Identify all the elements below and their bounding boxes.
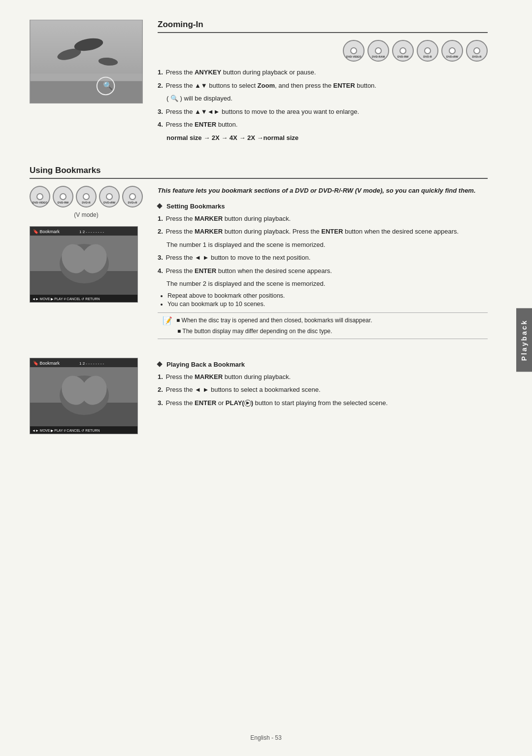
bm-disc-dvd-r: DVD-R	[76, 186, 97, 207]
setting-step-2: 2. Press the MARKER button during playba…	[158, 227, 488, 237]
setting-step-3: 3. Press the ◄ ► button to move to the n…	[158, 253, 488, 263]
svg-text:◄► MOVE  ▶ PLAY  # CANCEL  ↺ R: ◄► MOVE ▶ PLAY # CANCEL ↺ RETURN	[32, 429, 100, 432]
zoom-step-2-note: ( 🔍 ) will be displayed.	[166, 94, 488, 103]
playing-back-content: Playing Back a Bookmark 1. Press the MAR…	[158, 354, 488, 434]
playing-back-subsection: Playing Back a Bookmark 1. Press the MAR…	[158, 361, 488, 408]
zooming-disc-icons: DVD-VIDEO DVD-RAM DVD-RW DVD-R DVD+RW	[158, 40, 488, 62]
setting-bookmarks-subsection: Setting Bookmarks 1. Press the MARKER bu…	[158, 203, 488, 308]
svg-text:1 2 - - - - - - - -: 1 2 - - - - - - - -	[79, 361, 104, 366]
setting-step-4: 4. Press the ENTER button when the desir…	[158, 266, 488, 276]
zooming-content: Zooming-In DVD-VIDEO DVD-RAM DVD-RW DV	[158, 20, 488, 146]
playing-back-image-col: 🔖 Bookmark 1 2 - - - - - - - - ◄► MOVE ▶…	[30, 354, 143, 434]
bm-disc-dvdplus-rw: DVD+RW	[99, 186, 120, 207]
main-content: 🔍 Zooming-In DVD-VIDEO DVD-RAM DVD-RW	[0, 0, 517, 469]
zooming-title: Zooming-In	[158, 20, 488, 33]
bookmarks-image-col: DVD-VIDEO DVD-RW DVD-R DVD+RW	[30, 186, 143, 344]
zoom-sequence: normal size → 2X → 4X → 2X →normal size	[166, 133, 488, 143]
playing-step-1: 1. Press the MARKER button during playba…	[158, 372, 488, 382]
note-2: ■ The button display may differ dependin…	[163, 328, 483, 335]
screen2-thumb: 🔖 Bookmark 1 2 - - - - - - - - ◄► MOVE ▶…	[30, 358, 138, 434]
bookmarks-content: This feature lets you bookmark sections …	[158, 186, 488, 344]
screen1-thumb: 🔖 Bookmark 1 2 - - - - - - - - ◄► MOVE ▶…	[30, 226, 138, 303]
screen2-svg: 🔖 Bookmark 1 2 - - - - - - - - ◄► MOVE ▶…	[30, 358, 138, 434]
zooming-image-svg: 🔍	[30, 20, 142, 103]
zooming-image-col: 🔍	[30, 20, 143, 146]
bm-disc-dvd-rw: DVD-RW	[53, 186, 73, 207]
zooming-image: 🔍	[30, 20, 143, 103]
screen2-container: 🔖 Bookmark 1 2 - - - - - - - - ◄► MOVE ▶…	[30, 358, 143, 434]
svg-text:🔍: 🔍	[103, 81, 113, 90]
bookmarks-title: Using Bookmarks	[30, 166, 488, 179]
playing-back-layout: 🔖 Bookmark 1 2 - - - - - - - - ◄► MOVE ▶…	[30, 354, 488, 434]
diamond-icon-2	[157, 361, 162, 367]
disc-icon-dvdplus-r: DVD+R	[466, 40, 488, 62]
screen1-container: 🔖 Bookmark 1 2 - - - - - - - - ◄► MOVE ▶…	[30, 226, 143, 303]
setting-step-4-note: The number 2 is displayed and the scene …	[166, 279, 488, 289]
setting-step-2-note: The number 1 is displayed and the scene …	[166, 240, 488, 250]
playing-step-3: 3. Press the ENTER or PLAY(▶) button to …	[158, 398, 488, 408]
diamond-icon	[157, 203, 162, 208]
bm-disc-icons: DVD-VIDEO DVD-RW DVD-R DVD+RW	[30, 186, 143, 207]
page-footer: English - 53	[0, 734, 532, 741]
svg-text:1 2 - - - - - - - -: 1 2 - - - - - - - -	[79, 230, 104, 234]
zooming-in-section: 🔍 Zooming-In DVD-VIDEO DVD-RAM DVD-RW	[30, 20, 488, 146]
disc-icon-dvdplus-rw: DVD+RW	[441, 40, 463, 62]
zoom-step-2: 2. Press the ▲▼ buttons to select Zoom, …	[158, 81, 488, 91]
bookmarks-intro: This feature lets you bookmark sections …	[158, 186, 488, 196]
notes-box: 📝 ■ When the disc tray is opened and the…	[158, 312, 488, 339]
zoom-step-4: 4. Press the ENTER button.	[158, 120, 488, 130]
svg-text:◄► MOVE  ▶ PLAY  # CANCEL  ↺ R: ◄► MOVE ▶ PLAY # CANCEL ↺ RETURN	[32, 297, 100, 301]
bm-disc-dvdplus-r: DVD+R	[122, 186, 143, 207]
setting-bookmarks-title: Setting Bookmarks	[158, 203, 488, 210]
playing-step-2: 2. Press the ◄ ► buttons to select a boo…	[158, 385, 488, 395]
disc-icon-dvd-r: DVD-R	[417, 40, 438, 62]
side-tab: Playback	[516, 309, 532, 372]
setting-steps: 1. Press the MARKER button during playba…	[158, 214, 488, 289]
playing-steps: 1. Press the MARKER button during playba…	[158, 372, 488, 408]
setting-bullets: Repeat above to bookmark other positions…	[167, 292, 488, 308]
svg-text:🔖 Bookmark: 🔖 Bookmark	[33, 229, 60, 235]
disc-icon-dvd-rw: DVD-RW	[392, 40, 414, 62]
playing-back-title: Playing Back a Bookmark	[158, 361, 488, 368]
play-icon: ▶	[244, 400, 251, 407]
note-icon-1: 📝	[163, 316, 172, 325]
setting-step-1: 1. Press the MARKER button during playba…	[158, 214, 488, 224]
using-bookmarks-section: Using Bookmarks DVD-VIDEO DVD-RW	[30, 166, 488, 434]
setting-bullet-2: You can bookmark up to 10 scenes.	[167, 301, 488, 308]
disc-icon-dvd-video: DVD-VIDEO	[343, 40, 365, 62]
note-1: 📝 ■ When the disc tray is opened and the…	[163, 317, 483, 325]
setting-bullet-1: Repeat above to bookmark other positions…	[167, 292, 488, 299]
zoom-step-1: 1. Press the ANYKEY button during playba…	[158, 68, 488, 77]
disc-icon-dvd-ram: DVD-RAM	[367, 40, 389, 62]
bm-disc-dvd-video: DVD-VIDEO	[30, 186, 50, 207]
zoom-step-3: 3. Press the ▲▼◄► buttons to move to the…	[158, 107, 488, 117]
zooming-steps: 1. Press the ANYKEY button during playba…	[158, 68, 488, 142]
screen1-svg: 🔖 Bookmark 1 2 - - - - - - - - ◄► MOVE ▶…	[30, 227, 138, 303]
vmode-label: (V mode)	[30, 211, 143, 218]
setting-bookmarks-layout: DVD-VIDEO DVD-RW DVD-R DVD+RW	[30, 186, 488, 344]
svg-rect-2	[30, 81, 142, 103]
svg-text:🔖 Bookmark: 🔖 Bookmark	[33, 360, 60, 366]
